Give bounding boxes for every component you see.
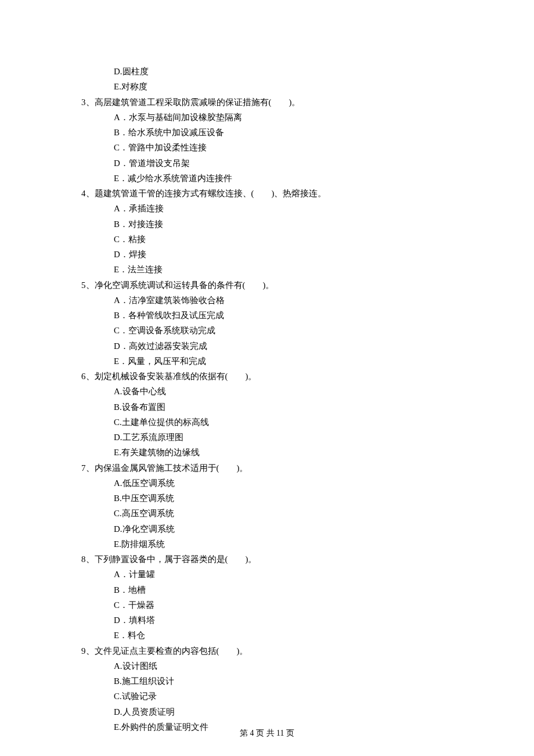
option-key: D. [114,430,122,445]
option-text: 风量，风压平和完成 [128,354,453,369]
question-text: 内保温金属风管施工技术适用于( )。 [95,460,453,476]
question: 5、净化空调系统调试和运转具备的条件有( )。A．洁净室建筑装饰验收合格B．各种… [81,278,453,369]
option-key: C． [114,140,128,155]
question: 9、文件见证点主要检查的内容包括( )。A.设计图纸B.施工组织设计C.试验记录… [81,643,453,735]
option-key: E． [114,171,128,186]
option: B．地槽 [114,582,453,597]
question-number: 5、 [81,278,95,293]
options: A．洁净室建筑装饰验收合格B．各种管线吹扫及试压完成C．空调设备系统联动完成D．… [114,293,453,369]
option-text: 高压空调系统 [122,506,453,521]
option-text: 防排烟系统 [121,537,453,552]
option-text: 计量罐 [129,567,453,582]
option-key: D． [114,339,129,354]
option-text: 对称度 [121,79,453,94]
page-footer: 第 4 页 共 11 页 [0,726,534,741]
option: C.土建单位提供的标高线 [114,415,453,430]
question-number: 6、 [81,369,95,384]
option: E.对称度 [114,79,453,94]
option-text: 设备中心线 [122,384,453,399]
option: A.设计图纸 [114,658,453,674]
question-stem: 6、划定机械设备安装基准线的依据有( )。 [81,369,453,384]
options: A．计量罐B．地槽C．干燥器D．填料塔E．料仓 [114,567,453,643]
option-text: 有关建筑物的边缘线 [121,445,453,460]
question-stem: 5、净化空调系统调试和运转具备的条件有( )。 [81,278,453,293]
option-key: C． [114,323,128,338]
option-text: 工艺系流原理图 [122,430,453,445]
option-key: A． [114,567,129,582]
option-key: A． [114,201,129,216]
question-text: 题建筑管道干管的连接方式有螺纹连接、( )、热熔接连。 [95,186,453,201]
option: A．洁净室建筑装饰验收合格 [114,293,453,308]
option-key: D． [114,613,129,628]
option-key: E. [114,537,121,552]
option: E.有关建筑物的边缘线 [114,445,453,460]
question-stem: 8、下列静置设备中，属于容器类的是( )。 [81,552,453,567]
option-text: 水泵与基础间加设橡胶垫隔离 [129,110,453,125]
option: D．填料塔 [114,613,453,628]
option: D．焊接 [114,247,453,262]
option-key: E. [114,445,121,460]
option: B．各种管线吹扫及试压完成 [114,308,453,323]
option-key: A. [114,658,122,674]
option-key: E. [114,79,121,94]
option-text: 洁净室建筑装饰验收合格 [129,293,453,308]
option: E．料仓 [114,628,453,643]
option: D.净化空调系统 [114,521,453,537]
option-key: D. [114,704,122,719]
option: C.试验记录 [114,689,453,704]
option-text: 圆柱度 [122,64,453,79]
question-text: 划定机械设备安装基准线的依据有( )。 [95,369,453,384]
option-key: A． [114,293,129,308]
option: C．管路中加设柔性连接 [114,140,453,155]
option-key: A. [114,476,122,491]
option-key: C. [114,506,122,521]
option-text: 管道增设支吊架 [129,156,453,171]
option: B.中压空调系统 [114,491,453,506]
question-number: 3、 [81,95,95,110]
option-text: 净化空调系统 [122,521,453,537]
option-key: C. [114,689,122,704]
question-stem: 3、高层建筑管道工程采取防震减噪的保证措施有( )。 [81,95,453,110]
option-key: E． [114,262,128,277]
options: A.设计图纸B.施工组织设计C.试验记录D.人员资质证明E.外购件的质量证明文件 [114,658,453,735]
options: A.低压空调系统B.中压空调系统C.高压空调系统D.净化空调系统E.防排烟系统 [114,476,453,552]
question-number: 4、 [81,186,95,201]
option: B.设备布置图 [114,399,453,415]
questions-container: 3、高层建筑管道工程采取防震减噪的保证措施有( )。A．水泵与基础间加设橡胶垫隔… [81,95,453,735]
option-key: D． [114,247,129,262]
question-text: 高层建筑管道工程采取防震减噪的保证措施有( )。 [95,95,453,110]
option-key: C． [114,232,128,247]
option: E．减少给水系统管道内连接件 [114,171,453,186]
option-text: 地槽 [128,582,453,597]
question-stem: 4、题建筑管道干管的连接方式有螺纹连接、( )、热熔接连。 [81,186,453,201]
option-text: 空调设备系统联动完成 [128,323,453,338]
option-key: C． [114,597,128,613]
option: E．法兰连接 [114,262,453,277]
question-text: 下列静置设备中，属于容器类的是( )。 [95,552,453,567]
option-text: 管路中加设柔性连接 [128,140,453,155]
option: B.施工组织设计 [114,674,453,689]
option-text: 法兰连接 [128,262,453,277]
option-text: 施工组织设计 [122,674,453,689]
question: 4、题建筑管道干管的连接方式有螺纹连接、( )、热熔接连。A．承插连接B．对接连… [81,186,453,278]
question-stem: 7、内保温金属风管施工技术适用于( )。 [81,460,453,476]
question-text: 文件见证点主要检查的内容包括( )。 [95,643,453,658]
option-text: 设备布置图 [122,399,453,415]
option: D.工艺系流原理图 [114,430,453,445]
option: C．空调设备系统联动完成 [114,323,453,338]
option-key: B． [114,308,128,323]
option-key: D. [114,521,122,537]
option: B．对接连接 [114,217,453,232]
option-key: B． [114,217,128,232]
question: 7、内保温金属风管施工技术适用于( )。A.低压空调系统B.中压空调系统C.高压… [81,460,453,552]
option-text: 试验记录 [122,689,453,704]
question-text: 净化空调系统调试和运转具备的条件有( )。 [95,278,453,293]
option: C．粘接 [114,232,453,247]
option-key: C. [114,415,122,430]
option-text: 中压空调系统 [122,491,453,506]
option-key: B. [114,674,122,689]
option-key: E． [114,628,128,643]
option-text: 土建单位提供的标高线 [122,415,453,430]
option-key: A. [114,384,122,399]
option-text: 干燥器 [128,597,453,613]
